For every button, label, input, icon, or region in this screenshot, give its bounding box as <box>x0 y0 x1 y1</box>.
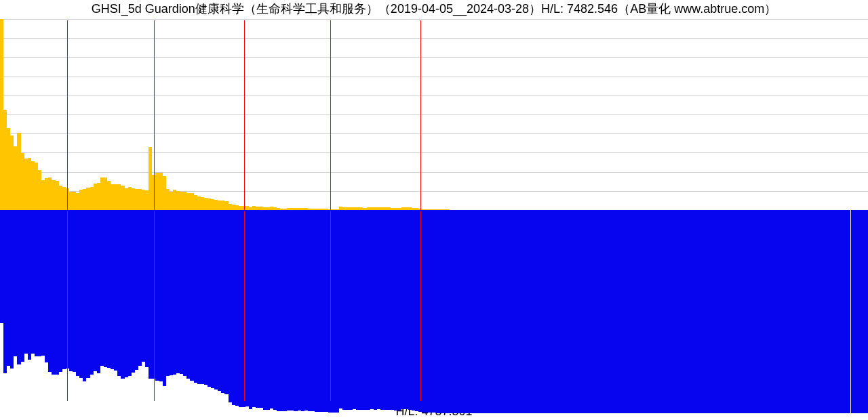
gridline <box>0 19 868 20</box>
marker-line <box>330 20 331 210</box>
marker-line <box>420 211 421 401</box>
bar-down <box>865 210 868 413</box>
gridline <box>0 77 868 77</box>
gridline <box>0 114 868 115</box>
gridline <box>0 96 868 96</box>
lower-panel <box>0 210 868 413</box>
marker-line <box>154 211 155 401</box>
gridline <box>0 172 868 173</box>
marker-line <box>420 20 421 210</box>
marker-line <box>67 211 68 401</box>
gridline <box>0 38 868 39</box>
upper-panel <box>0 19 868 210</box>
marker-line <box>244 20 245 210</box>
gridline <box>0 152 868 153</box>
marker-line <box>244 211 245 401</box>
marker-line <box>67 20 68 210</box>
marker-line <box>154 20 155 210</box>
chart-title: GHSI_5d Guardion健康科学（生命科学工具和服务）（2019-04-… <box>0 0 868 18</box>
marker-line <box>330 211 331 401</box>
gridline <box>0 133 868 134</box>
gridline <box>0 57 868 58</box>
